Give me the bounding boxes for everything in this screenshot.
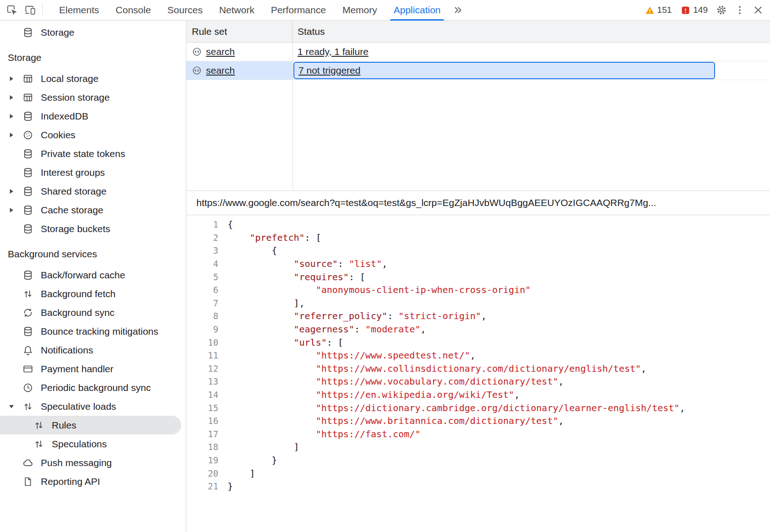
sidebar-item-label: Background fetch	[41, 288, 115, 299]
status-link[interactable]: 7 not triggered	[298, 65, 360, 76]
code-line: 1{	[186, 218, 770, 231]
sidebar-item-label: Periodic background sync	[41, 382, 151, 393]
sidebar-item-label: Storage buckets	[41, 223, 110, 234]
code-icon	[192, 65, 202, 76]
rule-set-link[interactable]: search	[206, 46, 235, 57]
database-icon	[22, 111, 33, 122]
code-text: "https://www.speedtest.net/",	[228, 350, 476, 361]
rule-set-source-url: https://www.google.com/search?q=test&oq=…	[186, 191, 770, 215]
expand-arrow-icon[interactable]	[6, 189, 22, 194]
rule-set-link[interactable]: search	[206, 65, 235, 76]
more-tabs-button[interactable]	[449, 1, 467, 19]
sidebar-item-payment-handler[interactable]: Payment handler	[0, 359, 186, 378]
collapse-arrow-icon[interactable]	[6, 404, 22, 409]
sidebar-item-back-forward-cache[interactable]: Back/forward cache	[0, 266, 186, 284]
warning-icon	[645, 5, 655, 15]
sidebar-item-label: Private state tokens	[41, 148, 125, 159]
code-text: }	[228, 455, 277, 466]
sidebar-item-indexeddb[interactable]: IndexedDB	[0, 107, 186, 125]
tab-sources[interactable]: Sources	[159, 0, 211, 21]
line-number: 17	[186, 429, 218, 439]
panel-tabs: ElementsConsoleSourcesNetworkPerformance…	[51, 0, 449, 21]
sidebar-item-bounce-tracking-mitigations[interactable]: Bounce tracking mitigations	[0, 322, 186, 341]
rule-set-row[interactable]: search1 ready, 1 failure	[186, 43, 770, 61]
expand-arrow-icon[interactable]	[6, 114, 22, 119]
section-header-background-services: Background services	[0, 238, 186, 266]
database-icon	[22, 167, 33, 178]
rule-set-row[interactable]: search7 not triggered	[186, 61, 770, 80]
sidebar-item-periodic-background-sync[interactable]: Periodic background sync	[0, 378, 186, 397]
issues-counter[interactable]: 149	[676, 5, 712, 15]
toolbar-right-cluster: 151 149	[640, 1, 767, 19]
line-number: 5	[186, 272, 218, 282]
sidebar-item-interest-groups[interactable]: Interest groups	[0, 163, 186, 182]
sidebar-item-cookies[interactable]: Cookies	[0, 125, 186, 144]
expand-arrow-icon[interactable]	[6, 132, 22, 138]
sidebar-item-label: Cookies	[41, 130, 76, 141]
close-devtools-button[interactable]	[749, 1, 767, 19]
line-number: 16	[186, 416, 218, 426]
sidebar-item-local-storage[interactable]: Local storage	[0, 69, 186, 88]
speculative-loads-panel: Rule set Status search1 ready, 1 failure…	[186, 21, 770, 532]
sidebar-item-speculative-loads[interactable]: Speculative loads	[0, 397, 186, 416]
source-code-viewer: 1{2 "prefetch": [3 {4 "source": "list",5…	[186, 215, 770, 532]
tab-elements[interactable]: Elements	[51, 0, 108, 21]
sidebar-item-storage-buckets[interactable]: Storage buckets	[0, 219, 186, 238]
table-icon	[22, 92, 33, 103]
expand-arrow-icon[interactable]	[6, 76, 22, 81]
line-number: 13	[186, 376, 218, 386]
line-number: 9	[186, 324, 218, 334]
line-number: 1	[186, 219, 218, 229]
updown-icon	[22, 288, 33, 299]
updown-icon	[33, 439, 44, 450]
kebab-icon	[734, 4, 746, 16]
code-line: 7 ],	[186, 297, 770, 310]
sidebar-item-label: Local storage	[41, 73, 98, 84]
settings-button[interactable]	[712, 1, 731, 19]
sidebar-item-storage[interactable]: Storage	[0, 23, 186, 42]
sync-icon	[22, 307, 33, 318]
code-line: 19 }	[186, 454, 770, 467]
tab-console[interactable]: Console	[108, 0, 159, 21]
sidebar-item-push-messaging[interactable]: Push messaging	[0, 453, 186, 472]
tab-application[interactable]: Application	[385, 0, 449, 21]
expand-arrow-icon[interactable]	[6, 207, 22, 213]
expand-arrow-icon[interactable]	[6, 95, 22, 100]
sidebar-item-notifications[interactable]: Notifications	[0, 341, 186, 359]
code-line: 3 {	[186, 244, 770, 257]
sidebar-item-reporting-api[interactable]: Reporting API	[0, 472, 186, 491]
table-header-row: Rule set Status	[186, 21, 770, 43]
warnings-counter[interactable]: 151	[640, 5, 677, 15]
line-number: 12	[186, 364, 218, 374]
code-text: "https://fast.com/"	[228, 429, 420, 440]
more-options-button[interactable]	[731, 1, 749, 19]
code-line: 15 "https://dictionary.cambridge.org/dic…	[186, 401, 770, 414]
sidebar-item-cache-storage[interactable]: Cache storage	[0, 201, 186, 219]
inspect-element-button[interactable]	[3, 1, 21, 19]
status-link[interactable]: 1 ready, 1 failure	[298, 46, 369, 57]
sidebar-item-background-fetch[interactable]: Background fetch	[0, 284, 186, 303]
column-header-status: Status	[293, 21, 770, 42]
code-line: 17 "https://fast.com/"	[186, 428, 770, 441]
code-text: ],	[228, 298, 305, 309]
rule-set-rows: search1 ready, 1 failuresearch7 not trig…	[186, 43, 770, 80]
code-text: ]	[228, 441, 299, 452]
tab-memory[interactable]: Memory	[334, 0, 385, 21]
devtools-toolbar: ElementsConsoleSourcesNetworkPerformance…	[0, 0, 770, 21]
sidebar-item-session-storage[interactable]: Session storage	[0, 88, 186, 107]
sidebar-item-label: Shared storage	[41, 186, 107, 197]
tab-performance[interactable]: Performance	[263, 0, 334, 21]
chevrons-icon	[452, 4, 464, 16]
warning-count: 151	[657, 5, 672, 15]
tab-network[interactable]: Network	[211, 0, 263, 21]
database-icon	[22, 270, 33, 281]
status-box: 1 ready, 1 failure	[293, 43, 369, 61]
sidebar-item-rules[interactable]: Rules	[0, 416, 181, 434]
line-number: 3	[186, 245, 218, 255]
sidebar-item-speculations[interactable]: Speculations	[0, 434, 186, 453]
toggle-device-toolbar-button[interactable]	[21, 1, 39, 19]
code-line: 18 ]	[186, 440, 770, 454]
sidebar-item-private-state-tokens[interactable]: Private state tokens	[0, 144, 186, 163]
sidebar-item-shared-storage[interactable]: Shared storage	[0, 182, 186, 201]
sidebar-item-background-sync[interactable]: Background sync	[0, 303, 186, 322]
